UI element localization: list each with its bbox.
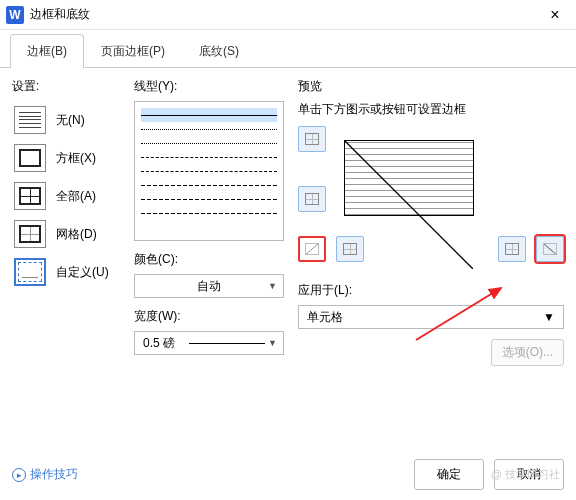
custom-icon — [14, 258, 46, 286]
line-style-item[interactable] — [141, 136, 277, 150]
border-diag-up-button[interactable] — [536, 236, 564, 262]
dropdown-icon: ▼ — [268, 281, 277, 291]
style-label: 线型(Y): — [134, 78, 284, 95]
svg-line-2 — [544, 244, 556, 254]
apply-value: 单元格 — [307, 309, 343, 326]
border-mini-icon — [505, 243, 519, 255]
all-icon — [14, 182, 46, 210]
setting-grid[interactable]: 网格(D) — [12, 215, 120, 253]
setting-none-label: 无(N) — [56, 112, 85, 129]
border-bottom-button[interactable] — [298, 186, 326, 212]
width-select[interactable]: 0.5 磅 ▼ — [134, 331, 284, 355]
grid-icon — [14, 220, 46, 248]
apply-select[interactable]: 单元格 ▼ — [298, 305, 564, 329]
color-select[interactable]: 自动 ▼ — [134, 274, 284, 298]
none-icon — [14, 106, 46, 134]
dropdown-icon: ▼ — [543, 310, 555, 324]
width-unit: 磅 — [163, 335, 175, 352]
diag-down-icon — [305, 243, 319, 255]
settings-label: 设置: — [12, 78, 120, 95]
tab-shading[interactable]: 底纹(S) — [182, 34, 256, 68]
border-mini-icon — [343, 243, 357, 255]
width-value: 0.5 — [143, 336, 160, 350]
setting-grid-label: 网格(D) — [56, 226, 97, 243]
ok-button[interactable]: 确定 — [414, 459, 484, 490]
tips-link[interactable]: ▸ 操作技巧 — [12, 466, 78, 483]
setting-all-label: 全部(A) — [56, 188, 96, 205]
setting-box[interactable]: 方框(X) — [12, 139, 120, 177]
app-icon: W — [6, 6, 24, 24]
color-value: 自动 — [197, 278, 221, 295]
svg-line-1 — [306, 244, 318, 254]
dropdown-icon: ▼ — [268, 338, 277, 348]
diag-up-icon — [543, 243, 557, 255]
tips-icon: ▸ — [12, 468, 26, 482]
tab-page-border[interactable]: 页面边框(P) — [84, 34, 182, 68]
options-button: 选项(O)... — [491, 339, 564, 366]
close-button[interactable]: × — [540, 4, 570, 26]
border-diag-down-button[interactable] — [298, 236, 326, 262]
setting-box-label: 方框(X) — [56, 150, 96, 167]
box-icon — [14, 144, 46, 172]
line-style-solid[interactable] — [141, 108, 277, 122]
preview-hint: 单击下方图示或按钮可设置边框 — [298, 101, 564, 118]
cancel-button[interactable]: 取消 — [494, 459, 564, 490]
line-style-item[interactable] — [141, 122, 277, 136]
tips-label: 操作技巧 — [30, 466, 78, 483]
apply-label: 应用于(L): — [298, 282, 564, 299]
width-sample-line — [189, 343, 265, 344]
border-top-button[interactable] — [298, 126, 326, 152]
preview-canvas[interactable] — [334, 130, 484, 226]
svg-line-0 — [345, 141, 473, 269]
width-label: 宽度(W): — [134, 308, 284, 325]
border-mini-icon — [305, 193, 319, 205]
border-right-button[interactable] — [498, 236, 526, 262]
line-style-item[interactable] — [141, 206, 277, 220]
preview-label: 预览 — [298, 78, 564, 95]
border-mini-icon — [305, 133, 319, 145]
line-style-item[interactable] — [141, 164, 277, 178]
setting-none[interactable]: 无(N) — [12, 101, 120, 139]
color-label: 颜色(C): — [134, 251, 284, 268]
line-style-item[interactable] — [141, 178, 277, 192]
setting-custom-label: 自定义(U) — [56, 264, 109, 281]
setting-all[interactable]: 全部(A) — [12, 177, 120, 215]
line-style-list[interactable] — [134, 101, 284, 241]
line-style-item[interactable] — [141, 150, 277, 164]
tab-borders[interactable]: 边框(B) — [10, 34, 84, 68]
line-style-item[interactable] — [141, 192, 277, 206]
setting-custom[interactable]: 自定义(U) — [12, 253, 120, 291]
window-title: 边框和底纹 — [30, 6, 540, 23]
tab-strip: 边框(B) 页面边框(P) 底纹(S) — [0, 30, 576, 68]
